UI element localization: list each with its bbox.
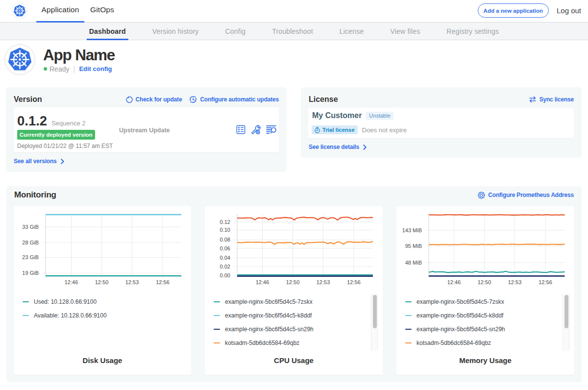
svg-text:0.00: 0.00 [220,272,230,278]
svg-text:0.08: 0.08 [220,237,230,243]
svg-text:12:50: 12:50 [478,279,491,285]
svg-text:19 GiB: 19 GiB [22,270,39,276]
svg-text:12:56: 12:56 [156,279,170,285]
svg-text:12:53: 12:53 [125,279,139,285]
svg-text:12:53: 12:53 [508,279,522,285]
svg-text:0.04: 0.04 [220,255,230,261]
svg-text:12:46: 12:46 [256,279,270,285]
svg-text:143 MiB: 143 MiB [402,227,422,233]
svg-text:12:46: 12:46 [65,279,78,285]
svg-text:12:46: 12:46 [447,279,461,285]
svg-text:12:50: 12:50 [286,279,300,285]
svg-text:12:50: 12:50 [95,279,109,285]
svg-text:48 MiB: 48 MiB [405,260,422,266]
svg-text:0.12: 0.12 [220,219,230,225]
svg-text:23 GiB: 23 GiB [22,254,39,260]
svg-text:95 MiB: 95 MiB [405,243,422,249]
svg-text:28 GiB: 28 GiB [22,240,39,245]
svg-text:0.10: 0.10 [220,227,230,233]
svg-text:33 GiB: 33 GiB [22,224,39,230]
svg-text:12:56: 12:56 [347,279,361,285]
svg-text:0.06: 0.06 [220,245,230,251]
svg-text:12:53: 12:53 [317,279,330,285]
svg-text:0.02: 0.02 [220,264,230,269]
svg-text:12:56: 12:56 [539,279,552,285]
